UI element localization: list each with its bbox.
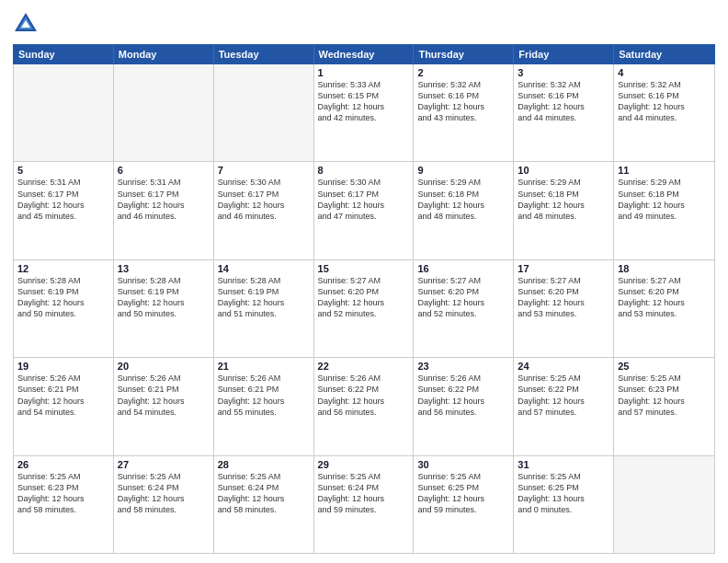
calendar-cell: 27Sunrise: 5:25 AM Sunset: 6:24 PM Dayli…	[114, 456, 214, 553]
calendar-cell: 24Sunrise: 5:25 AM Sunset: 6:22 PM Dayli…	[514, 358, 614, 454]
day-number: 25	[618, 361, 711, 372]
day-number: 5	[17, 165, 109, 176]
calendar-cell: 17Sunrise: 5:27 AM Sunset: 6:20 PM Dayli…	[514, 260, 614, 357]
calendar-cell: 29Sunrise: 5:25 AM Sunset: 6:24 PM Dayli…	[314, 456, 415, 553]
calendar-cell: 8Sunrise: 5:30 AM Sunset: 6:17 PM Daylig…	[314, 162, 415, 259]
day-number: 27	[118, 459, 210, 470]
day-number: 31	[518, 459, 609, 470]
cell-info: Sunrise: 5:27 AM Sunset: 6:20 PM Dayligh…	[618, 275, 711, 320]
calendar: SundayMondayTuesdayWednesdayThursdayFrid…	[13, 44, 715, 554]
logo	[13, 11, 42, 37]
cell-info: Sunrise: 5:31 AM Sunset: 6:17 PM Dayligh…	[17, 177, 109, 222]
cell-info: Sunrise: 5:26 AM Sunset: 6:21 PM Dayligh…	[118, 373, 210, 418]
weekday-header-sunday: Sunday	[14, 45, 114, 63]
cell-info: Sunrise: 5:28 AM Sunset: 6:19 PM Dayligh…	[17, 275, 109, 320]
calendar-cell: 5Sunrise: 5:31 AM Sunset: 6:17 PM Daylig…	[14, 162, 114, 259]
day-number: 2	[417, 67, 509, 78]
day-number: 17	[518, 263, 609, 274]
weekday-header-monday: Monday	[114, 45, 214, 63]
day-number: 4	[618, 67, 711, 78]
calendar-cell: 6Sunrise: 5:31 AM Sunset: 6:17 PM Daylig…	[114, 162, 214, 259]
day-number: 11	[618, 165, 711, 176]
calendar-cell: 10Sunrise: 5:29 AM Sunset: 6:18 PM Dayli…	[514, 162, 614, 259]
calendar-cell	[14, 64, 114, 161]
calendar-cell: 25Sunrise: 5:25 AM Sunset: 6:23 PM Dayli…	[614, 358, 714, 454]
calendar-cell: 7Sunrise: 5:30 AM Sunset: 6:17 PM Daylig…	[214, 162, 314, 259]
calendar-cell: 12Sunrise: 5:28 AM Sunset: 6:19 PM Dayli…	[14, 260, 114, 357]
day-number: 15	[318, 263, 410, 274]
weekday-header-thursday: Thursday	[414, 45, 514, 63]
calendar-cell: 14Sunrise: 5:28 AM Sunset: 6:19 PM Dayli…	[214, 260, 314, 357]
day-number: 30	[417, 459, 509, 470]
day-number: 1	[318, 67, 410, 78]
day-number: 6	[118, 165, 210, 176]
calendar-cell: 28Sunrise: 5:25 AM Sunset: 6:24 PM Dayli…	[214, 456, 314, 553]
cell-info: Sunrise: 5:27 AM Sunset: 6:20 PM Dayligh…	[318, 275, 410, 320]
day-number: 28	[218, 459, 310, 470]
cell-info: Sunrise: 5:33 AM Sunset: 6:15 PM Dayligh…	[318, 79, 410, 124]
calendar-cell: 31Sunrise: 5:25 AM Sunset: 6:25 PM Dayli…	[514, 456, 614, 553]
calendar-body: 1Sunrise: 5:33 AM Sunset: 6:15 PM Daylig…	[13, 64, 715, 554]
day-number: 20	[118, 361, 210, 372]
cell-info: Sunrise: 5:25 AM Sunset: 6:25 PM Dayligh…	[518, 471, 609, 516]
day-number: 23	[417, 361, 509, 372]
cell-info: Sunrise: 5:25 AM Sunset: 6:24 PM Dayligh…	[218, 471, 310, 516]
day-number: 21	[218, 361, 310, 372]
calendar-cell: 18Sunrise: 5:27 AM Sunset: 6:20 PM Dayli…	[614, 260, 714, 357]
day-number: 16	[417, 263, 509, 274]
cell-info: Sunrise: 5:25 AM Sunset: 6:25 PM Dayligh…	[417, 471, 509, 516]
calendar-cell	[614, 456, 714, 553]
cell-info: Sunrise: 5:25 AM Sunset: 6:24 PM Dayligh…	[118, 471, 210, 516]
day-number: 8	[318, 165, 410, 176]
day-number: 10	[518, 165, 609, 176]
logo-icon	[13, 11, 39, 37]
cell-info: Sunrise: 5:25 AM Sunset: 6:22 PM Dayligh…	[518, 373, 609, 418]
cell-info: Sunrise: 5:29 AM Sunset: 6:18 PM Dayligh…	[417, 177, 509, 222]
day-number: 13	[118, 263, 210, 274]
calendar-cell: 3Sunrise: 5:32 AM Sunset: 6:16 PM Daylig…	[514, 64, 614, 161]
calendar-cell: 4Sunrise: 5:32 AM Sunset: 6:16 PM Daylig…	[614, 64, 714, 161]
day-number: 7	[218, 165, 310, 176]
day-number: 18	[618, 263, 711, 274]
calendar-cell: 26Sunrise: 5:25 AM Sunset: 6:23 PM Dayli…	[14, 456, 114, 553]
cell-info: Sunrise: 5:27 AM Sunset: 6:20 PM Dayligh…	[417, 275, 509, 320]
calendar-cell	[214, 64, 314, 161]
cell-info: Sunrise: 5:26 AM Sunset: 6:21 PM Dayligh…	[218, 373, 310, 418]
calendar-cell: 9Sunrise: 5:29 AM Sunset: 6:18 PM Daylig…	[414, 162, 514, 259]
calendar-cell: 23Sunrise: 5:26 AM Sunset: 6:22 PM Dayli…	[414, 358, 514, 454]
day-number: 29	[318, 459, 410, 470]
calendar-cell: 15Sunrise: 5:27 AM Sunset: 6:20 PM Dayli…	[314, 260, 415, 357]
calendar-cell: 11Sunrise: 5:29 AM Sunset: 6:18 PM Dayli…	[614, 162, 714, 259]
day-number: 14	[218, 263, 310, 274]
calendar-row-4: 19Sunrise: 5:26 AM Sunset: 6:21 PM Dayli…	[14, 358, 714, 455]
calendar-cell: 16Sunrise: 5:27 AM Sunset: 6:20 PM Dayli…	[414, 260, 514, 357]
calendar-cell: 13Sunrise: 5:28 AM Sunset: 6:19 PM Dayli…	[114, 260, 214, 357]
cell-info: Sunrise: 5:25 AM Sunset: 6:24 PM Dayligh…	[318, 471, 410, 516]
header	[13, 11, 715, 37]
weekday-header-tuesday: Tuesday	[214, 45, 314, 63]
cell-info: Sunrise: 5:25 AM Sunset: 6:23 PM Dayligh…	[618, 373, 711, 418]
cell-info: Sunrise: 5:30 AM Sunset: 6:17 PM Dayligh…	[218, 177, 310, 222]
page: SundayMondayTuesdayWednesdayThursdayFrid…	[0, 0, 728, 563]
calendar-cell: 1Sunrise: 5:33 AM Sunset: 6:15 PM Daylig…	[314, 64, 415, 161]
cell-info: Sunrise: 5:31 AM Sunset: 6:17 PM Dayligh…	[118, 177, 210, 222]
cell-info: Sunrise: 5:30 AM Sunset: 6:17 PM Dayligh…	[318, 177, 410, 222]
calendar-cell: 20Sunrise: 5:26 AM Sunset: 6:21 PM Dayli…	[114, 358, 214, 454]
calendar-cell: 19Sunrise: 5:26 AM Sunset: 6:21 PM Dayli…	[14, 358, 114, 454]
day-number: 24	[518, 361, 609, 372]
day-number: 12	[17, 263, 109, 274]
calendar-cell: 21Sunrise: 5:26 AM Sunset: 6:21 PM Dayli…	[214, 358, 314, 454]
calendar-row-2: 5Sunrise: 5:31 AM Sunset: 6:17 PM Daylig…	[14, 162, 714, 259]
calendar-cell: 30Sunrise: 5:25 AM Sunset: 6:25 PM Dayli…	[414, 456, 514, 553]
day-number: 19	[17, 361, 109, 372]
calendar-cell: 2Sunrise: 5:32 AM Sunset: 6:16 PM Daylig…	[414, 64, 514, 161]
calendar-cell	[114, 64, 214, 161]
cell-info: Sunrise: 5:26 AM Sunset: 6:22 PM Dayligh…	[417, 373, 509, 418]
day-number: 22	[318, 361, 410, 372]
calendar-cell: 22Sunrise: 5:26 AM Sunset: 6:22 PM Dayli…	[314, 358, 415, 454]
cell-info: Sunrise: 5:29 AM Sunset: 6:18 PM Dayligh…	[618, 177, 711, 222]
cell-info: Sunrise: 5:32 AM Sunset: 6:16 PM Dayligh…	[518, 79, 609, 124]
cell-info: Sunrise: 5:26 AM Sunset: 6:22 PM Dayligh…	[318, 373, 410, 418]
cell-info: Sunrise: 5:32 AM Sunset: 6:16 PM Dayligh…	[618, 79, 711, 124]
cell-info: Sunrise: 5:29 AM Sunset: 6:18 PM Dayligh…	[518, 177, 609, 222]
